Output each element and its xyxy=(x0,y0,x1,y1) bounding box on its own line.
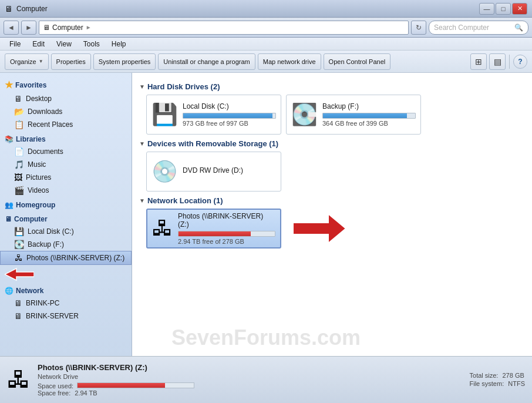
status-total-size: Total size: 278 GB xyxy=(470,372,525,379)
backup-f-bar-bg xyxy=(322,113,416,119)
sidebar-section-homegroup: 👥 Homegroup xyxy=(0,199,132,211)
local-disk-c-name: Local Disk (C:) xyxy=(183,102,276,110)
search-box[interactable]: Search Computer 🔍 xyxy=(429,21,528,35)
photos-server-z-info: Photos (\\BRINK-SERVER) (Z:) 2.94 TB fre… xyxy=(178,212,275,245)
local-disk-c-bar-fill xyxy=(183,113,272,118)
sidebar-item-documents[interactable]: 📄 Documents xyxy=(0,145,132,158)
network-drive-sidebar-icon: 🖧 xyxy=(15,253,23,263)
window-icon: 🖥 xyxy=(5,4,13,14)
sidebar-computer-header[interactable]: 🖥 Computer xyxy=(0,213,132,225)
hard-disk-tiles: 💾 Local Disk (C:) 973 GB free of 997 GB … xyxy=(139,95,525,135)
local-disk-c-info: Local Disk (C:) 973 GB free of 997 GB xyxy=(183,102,276,127)
local-disk-c-icon: 💾 xyxy=(151,102,178,127)
sidebar-item-downloads[interactable]: 📂 Downloads xyxy=(0,105,132,118)
sidebar-item-videos[interactable]: 🎬 Videos xyxy=(0,184,132,197)
sidebar-network-header[interactable]: 🌐 Network xyxy=(0,285,132,297)
sidebar-item-music[interactable]: 🎵 Music xyxy=(0,158,132,171)
file-area: ▼ Hard Disk Drives (2) 💾 Local Disk (C:)… xyxy=(132,73,532,356)
pictures-icon: 🖼 xyxy=(14,173,22,182)
path-icon: 🖥 xyxy=(43,23,50,32)
map-network-button[interactable]: Map network drive xyxy=(258,53,321,70)
help-button[interactable]: ? xyxy=(513,55,527,69)
network-icon: 🌐 xyxy=(5,287,14,295)
sidebar-item-brink-server[interactable]: 🖥 BRINK-SERVER xyxy=(0,310,132,323)
refresh-button[interactable]: ↻ xyxy=(411,21,426,35)
sidebar-section-libraries: 📚 Libraries 📄 Documents 🎵 Music 🖼 Pictur… xyxy=(0,133,132,197)
status-space-used-label: Space used: xyxy=(38,382,73,389)
status-right: Total size: 278 GB File system: NTFS xyxy=(470,372,525,388)
toolbar: Organize ▼ Properties System properties … xyxy=(0,51,532,73)
brink-server-icon: 🖥 xyxy=(14,311,22,321)
menu-help[interactable]: Help xyxy=(107,39,131,49)
dvd-d-name: DVD RW Drive (D:) xyxy=(183,166,276,174)
backup-f-free: 364 GB free of 399 GB xyxy=(322,120,416,127)
sidebar-libraries-header[interactable]: 📚 Libraries xyxy=(0,133,132,145)
menu-edit[interactable]: Edit xyxy=(28,39,49,49)
address-bar: ◄ ► 🖥 Computer ► ↻ Search Computer 🔍 xyxy=(0,18,532,38)
uninstall-button[interactable]: Uninstall or change a program xyxy=(158,53,255,70)
organize-button[interactable]: Organize ▼ xyxy=(5,53,49,70)
sidebar-item-local-disk[interactable]: 💾 Local Disk (C:) xyxy=(0,225,132,238)
search-placeholder: Search Computer xyxy=(434,23,489,32)
menu-view[interactable]: View xyxy=(52,39,76,49)
sidebar: ★ Favorites 🖥 Desktop 📂 Downloads 📋 Rece… xyxy=(0,73,132,356)
removable-section-header: ▼ Devices with Removable Storage (1) xyxy=(139,139,525,148)
favorites-icon: ★ xyxy=(5,79,13,90)
photos-server-z-bar-bg xyxy=(178,231,275,237)
status-drive-icon: 🖧 xyxy=(7,367,31,393)
network-tiles: 🖧 Photos (\\BRINK-SERVER) (Z:) 2.94 TB f… xyxy=(139,209,525,248)
path-text: Computer xyxy=(52,23,83,32)
sidebar-item-photos-server[interactable]: 🖧 Photos (\\BRINK-SERVER) (Z:) xyxy=(0,251,132,265)
brink-pc-icon: 🖥 xyxy=(14,298,22,308)
documents-icon: 📄 xyxy=(14,147,24,156)
sidebar-favorites-header[interactable]: ★ Favorites xyxy=(0,78,132,92)
maximize-button[interactable]: □ xyxy=(496,3,511,15)
menu-tools[interactable]: Tools xyxy=(79,39,105,49)
minimize-button[interactable]: — xyxy=(479,3,494,15)
sidebar-item-desktop[interactable]: 🖥 Desktop xyxy=(0,92,132,105)
address-path[interactable]: 🖥 Computer ► xyxy=(39,21,409,35)
back-button[interactable]: ◄ xyxy=(4,21,19,35)
recent-places-icon: 📋 xyxy=(14,120,24,129)
sidebar-item-backup[interactable]: 💽 Backup (F:) xyxy=(0,238,132,251)
section-arrow: ▼ xyxy=(139,83,145,90)
sidebar-homegroup-header[interactable]: 👥 Homegroup xyxy=(0,199,132,211)
backup-icon: 💽 xyxy=(14,240,24,249)
svg-marker-0 xyxy=(5,268,34,280)
left-arrow-annotation xyxy=(5,266,34,283)
menu-file[interactable]: File xyxy=(5,39,25,49)
sidebar-item-recent-places[interactable]: 📋 Recent Places xyxy=(0,118,132,131)
view-options-button[interactable]: ⊞ xyxy=(470,53,487,70)
status-drive-type: Network Drive xyxy=(38,373,463,380)
downloads-icon: 📂 xyxy=(14,107,24,116)
videos-icon: 🎬 xyxy=(14,186,24,195)
open-control-panel-button[interactable]: Open Control Panel xyxy=(324,53,391,70)
backup-f-icon: 💽 xyxy=(291,102,318,127)
system-properties-button[interactable]: System properties xyxy=(93,53,156,70)
photos-server-z-name: Photos (\\BRINK-SERVER) (Z:) xyxy=(178,212,275,229)
photos-server-z-free: 2.94 TB free of 278 GB xyxy=(178,238,275,245)
photos-server-z-tile[interactable]: 🖧 Photos (\\BRINK-SERVER) (Z:) 2.94 TB f… xyxy=(146,209,281,248)
dvd-d-icon: 💿 xyxy=(151,159,178,184)
local-disk-c-tile[interactable]: 💾 Local Disk (C:) 973 GB free of 997 GB xyxy=(146,95,281,135)
network-section-header: ▼ Network Location (1) xyxy=(139,196,525,205)
organize-dropdown-arrow: ▼ xyxy=(39,59,43,64)
status-space-free-value: 2.94 TB xyxy=(75,389,97,397)
title-bar: 🖥 Computer — □ ✕ xyxy=(0,0,532,18)
forward-button[interactable]: ► xyxy=(21,21,36,35)
backup-f-tile[interactable]: 💽 Backup (F:) 364 GB free of 399 GB xyxy=(286,95,421,135)
sidebar-section-computer: 🖥 Computer 💾 Local Disk (C:) 💽 Backup (F… xyxy=(0,213,132,283)
properties-button[interactable]: Properties xyxy=(51,53,91,70)
dvd-d-tile[interactable]: 💿 DVD RW Drive (D:) xyxy=(146,152,281,192)
libraries-icon: 📚 xyxy=(5,135,14,143)
sidebar-item-pictures[interactable]: 🖼 Pictures xyxy=(0,171,132,184)
status-bar-bg xyxy=(77,382,194,388)
view-toggle-button[interactable]: ▤ xyxy=(489,53,506,70)
sidebar-section-network: 🌐 Network 🖥 BRINK-PC 🖥 BRINK-SERVER xyxy=(0,285,132,323)
network-arrow: ▼ xyxy=(139,197,145,204)
computer-icon: 🖥 xyxy=(5,215,12,223)
sidebar-item-brink-pc[interactable]: 🖥 BRINK-PC xyxy=(0,297,132,310)
status-bar-fill xyxy=(78,383,165,388)
close-button[interactable]: ✕ xyxy=(512,3,527,15)
removable-arrow: ▼ xyxy=(139,140,145,147)
